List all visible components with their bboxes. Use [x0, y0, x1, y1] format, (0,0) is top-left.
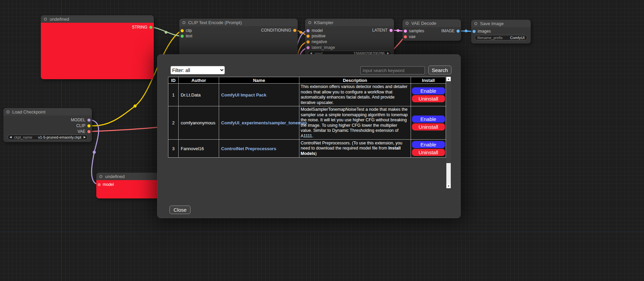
node-collapse-dot[interactable]	[406, 22, 409, 25]
scroll-up-button[interactable]: ▲	[446, 77, 451, 81]
slot-label: images	[478, 29, 491, 34]
table-header-row: ID Author Name Description Install	[168, 77, 446, 84]
scrollbar-track[interactable]	[446, 163, 451, 184]
filter-select[interactable]: Filter: all	[170, 66, 225, 74]
node-header[interactable]: VAE Decode	[402, 19, 461, 27]
enable-button[interactable]: Enable	[412, 87, 445, 94]
input-pin-images[interactable]	[473, 30, 476, 33]
node-collapse-dot[interactable]	[6, 110, 10, 113]
input-pin-positive[interactable]	[307, 35, 310, 38]
node-header[interactable]: KSampler	[305, 19, 394, 26]
extension-install-cell: EnableUninstall	[411, 84, 446, 106]
extension-row: 2comfyanonymousComfyUI_experiments/sampl…	[168, 106, 446, 140]
node-graph-canvas[interactable]: undefined STRING CLIP Text Encode (Promp…	[0, 0, 644, 281]
enable-button[interactable]: Enable	[412, 141, 445, 148]
decrement-arrow-icon[interactable]: ◀	[10, 136, 12, 139]
node-header[interactable]: Save Image	[471, 20, 531, 27]
extension-link[interactable]: ControlNet Preprocessors	[221, 146, 276, 151]
wire-string-midpoint-dot	[165, 31, 167, 34]
filename-prefix-widget[interactable]: filename_prefix ComfyUI	[475, 35, 527, 40]
output-pin-clip[interactable]	[87, 124, 90, 127]
node-title: undefined	[50, 17, 69, 22]
node-undefined-bottom[interactable]: undefined model	[96, 173, 159, 198]
node-title: CLIP Text Encode (Prompt)	[188, 20, 242, 25]
input-pin-text[interactable]	[181, 35, 184, 38]
header-install: Install	[411, 77, 446, 84]
slot-label: text	[186, 34, 192, 38]
node-title: VAE Decode	[411, 21, 436, 26]
wire-latent-midpoint-dot	[397, 29, 399, 32]
input-slot-clip: clip	[181, 28, 192, 33]
input-pin-negative[interactable]	[307, 40, 310, 43]
node-ksampler[interactable]: KSampler model positive negative latent_…	[305, 19, 394, 58]
extension-row: 1Dr.Lt.DataComfyUI Impact PackThis exten…	[168, 84, 446, 106]
enable-button[interactable]: Enable	[412, 116, 445, 123]
extension-link[interactable]: ComfyUI_experiments/sampler_tonemap	[221, 120, 307, 125]
node-save-image[interactable]: Save Image images filename_prefix ComfyU…	[471, 20, 531, 43]
input-pin-model[interactable]	[307, 29, 310, 32]
input-pin-samples[interactable]	[404, 30, 407, 33]
node-clip-text-encode[interactable]: CLIP Text Encode (Prompt) clip text COND…	[179, 19, 298, 58]
node-header[interactable]: CLIP Text Encode (Prompt)	[179, 19, 298, 26]
slot-label: samples	[409, 29, 424, 33]
header-author: Author	[179, 77, 219, 84]
node-collapse-dot[interactable]	[182, 21, 185, 24]
extension-table-container: ID Author Name Description Install 1Dr.L…	[168, 77, 451, 188]
table-scrollbar[interactable]: ▲ ▼	[446, 77, 451, 188]
output-slot-model: MODEL	[71, 118, 90, 122]
input-slot-images: images	[473, 29, 491, 34]
node-vae-decode[interactable]: VAE Decode samples vae IMAGE	[402, 19, 461, 41]
extension-id: 1	[168, 84, 179, 106]
header-name: Name	[219, 77, 299, 84]
output-pin-model[interactable]	[87, 119, 90, 122]
widget-label: filename_prefix	[477, 36, 503, 40]
node-collapse-dot[interactable]	[44, 18, 47, 21]
node-collapse-dot[interactable]	[308, 21, 311, 24]
output-slot-image: IMAGE	[441, 29, 460, 33]
ckpt-name-widget[interactable]: ◀ ckpt_name v1-5-pruned-emaonly.ckpt ▶	[7, 135, 88, 140]
node-header[interactable]: undefined	[41, 15, 154, 23]
search-button[interactable]: Search	[428, 66, 451, 74]
extension-table: ID Author Name Description Install 1Dr.L…	[168, 77, 446, 158]
scroll-down-button[interactable]: ▼	[446, 184, 451, 188]
output-pin-conditioning[interactable]	[293, 29, 296, 32]
output-pin-image[interactable]	[457, 30, 460, 33]
output-pin-vae[interactable]	[87, 130, 90, 133]
slot-label: IMAGE	[441, 29, 455, 33]
input-slot-positive: positive	[307, 34, 326, 38]
slot-label: MODEL	[71, 118, 85, 122]
wire-clip-midpoint-dot	[134, 105, 137, 108]
node-collapse-dot[interactable]	[99, 175, 102, 178]
extension-description: ControlNet Preprocessors. (To use this e…	[299, 140, 411, 158]
slot-label: STRING	[132, 25, 147, 30]
node-header[interactable]: Load Checkpoint	[3, 108, 92, 116]
node-load-checkpoint[interactable]: Load Checkpoint MODEL CLIP VAE ◀ ckpt_na…	[3, 108, 92, 142]
input-slot-text: text	[181, 34, 192, 38]
input-pin-vae[interactable]	[404, 35, 407, 38]
node-collapse-dot[interactable]	[474, 22, 477, 25]
input-pin-latent-image[interactable]	[307, 46, 310, 49]
slot-label: latent_image	[312, 45, 335, 50]
input-slot-vae: vae	[404, 34, 415, 39]
node-undefined-top[interactable]: undefined STRING	[41, 15, 154, 79]
node-header[interactable]: undefined	[96, 173, 159, 180]
search-input[interactable]	[360, 66, 425, 74]
widget-label: ckpt_name	[14, 135, 32, 139]
extension-row: 3Fannovel16ControlNet PreprocessorsContr…	[168, 140, 446, 158]
input-pin-clip[interactable]	[181, 29, 184, 32]
scrollbar-thumb[interactable]	[446, 81, 451, 163]
input-slot-model: model	[98, 182, 114, 187]
increment-arrow-icon[interactable]: ▶	[84, 136, 86, 139]
close-button[interactable]: Close	[169, 206, 191, 214]
uninstall-button[interactable]: Uninstall	[412, 149, 445, 156]
uninstall-button[interactable]: Uninstall	[412, 123, 445, 130]
output-pin-string[interactable]	[149, 26, 152, 29]
input-slot-latent-image: latent_image	[307, 45, 335, 50]
uninstall-button[interactable]: Uninstall	[412, 95, 445, 102]
input-pin-model[interactable]	[98, 183, 101, 186]
output-slot-latent: LATENT	[372, 28, 393, 33]
extension-link[interactable]: ComfyUI Impact Pack	[221, 92, 266, 98]
input-slot-samples: samples	[404, 29, 424, 33]
extension-author: Fannovel16	[179, 140, 219, 158]
output-pin-latent[interactable]	[390, 29, 393, 32]
